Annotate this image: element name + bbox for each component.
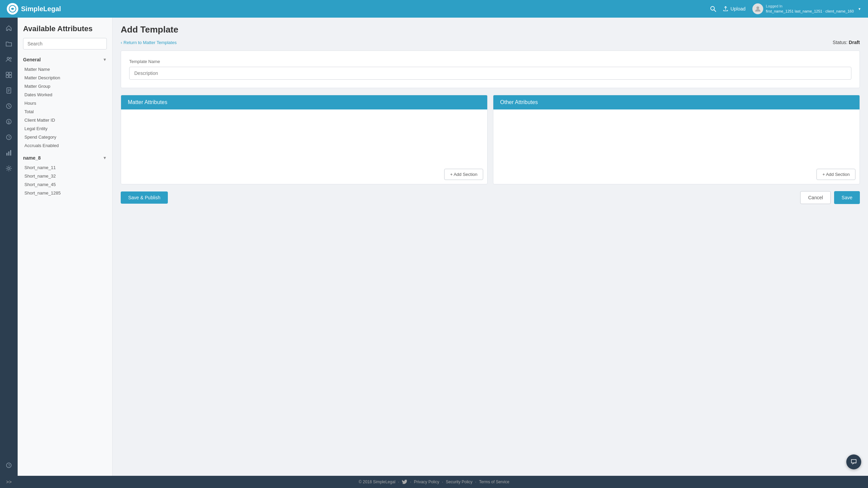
matter-add-section-button[interactable]: + Add Section: [444, 169, 483, 180]
content-area: Add Template ‹ Return to Matter Template…: [113, 18, 868, 476]
cancel-button[interactable]: Cancel: [800, 191, 831, 204]
attr-hours[interactable]: Hours: [23, 99, 107, 107]
sidebar-icons: $ ? ?: [0, 18, 18, 476]
attr-dates-worked[interactable]: Dates Worked: [23, 90, 107, 99]
search-input[interactable]: [23, 38, 107, 49]
matter-attributes-panel: Matter Attributes + Add Section: [121, 95, 488, 184]
svg-rect-20: [8, 151, 9, 156]
sidebar-item-analytics[interactable]: [2, 146, 16, 160]
save-publish-button[interactable]: Save & Publish: [121, 191, 168, 204]
attr-legal-entity[interactable]: Legal Entity: [23, 124, 107, 133]
other-attributes-panel: Other Attributes + Add Section: [493, 95, 860, 184]
general-group-items: Matter Name Matter Description Matter Gr…: [23, 65, 107, 150]
status-text: Status: Draft: [833, 40, 860, 45]
template-name-input[interactable]: [129, 67, 851, 80]
svg-line-2: [714, 10, 716, 12]
search-icon[interactable]: [710, 6, 716, 12]
chat-widget[interactable]: [846, 454, 861, 469]
attr-client-matter-id[interactable]: Client Matter ID: [23, 116, 107, 124]
svg-point-5: [10, 58, 12, 59]
svg-text:?: ?: [8, 136, 10, 140]
sidebar-item-users[interactable]: [2, 52, 16, 66]
template-name-label: Template Name: [129, 59, 851, 64]
available-attributes-title: Available Attributes: [23, 24, 107, 33]
attr-short-name-1285[interactable]: Short_name_1285: [23, 189, 107, 197]
svg-text:$: $: [8, 120, 10, 124]
attr-short-name-11[interactable]: Short_name_11: [23, 163, 107, 172]
page-footer: >> © 2018 SimpleLegal · · Privacy Policy…: [0, 476, 868, 488]
sidebar-item-clock[interactable]: [2, 99, 16, 113]
attr-matter-name[interactable]: Matter Name: [23, 65, 107, 74]
left-panel: Available Attributes General ▼ Matter Na…: [18, 18, 113, 476]
svg-text:?: ?: [8, 464, 10, 468]
user-menu[interactable]: Logged In first_name_1251 last_name_1251…: [752, 3, 861, 14]
avatar: [752, 3, 763, 14]
general-chevron-icon: ▼: [103, 57, 107, 62]
app-logo[interactable]: SimpleLegal: [7, 3, 61, 15]
attr-total[interactable]: Total: [23, 107, 107, 116]
back-arrow-icon: ‹: [121, 40, 122, 45]
other-attributes-header: Other Attributes: [493, 95, 860, 109]
sidebar-item-home[interactable]: [2, 21, 16, 35]
user-info: Logged In first_name_1251 last_name_1251…: [766, 4, 854, 14]
svg-point-22: [8, 167, 10, 169]
name8-group-header[interactable]: name_8 ▼: [23, 154, 107, 162]
name8-chevron-icon: ▼: [103, 156, 107, 160]
sidebar-item-billing[interactable]: $: [2, 115, 16, 129]
sidebar-expand-icon[interactable]: >>: [6, 479, 12, 485]
upload-button[interactable]: Upload: [723, 6, 745, 12]
main-layout: $ ? ? Available Attributes General ▼ Mat…: [0, 18, 868, 476]
terms-of-service-link[interactable]: Terms of Service: [479, 480, 509, 484]
security-policy-link[interactable]: Security Policy: [446, 480, 473, 484]
attr-accruals-enabled[interactable]: Accruals Enabled: [23, 141, 107, 150]
sidebar-item-dashboard[interactable]: [2, 68, 16, 82]
topnav-right: Upload Logged In first_name_1251 last_na…: [710, 3, 861, 14]
attr-short-name-45[interactable]: Short_name_45: [23, 180, 107, 189]
other-add-section-button[interactable]: + Add Section: [816, 169, 855, 180]
attr-spend-category[interactable]: Spend Category: [23, 133, 107, 141]
user-dropdown-chevron: ▼: [858, 7, 861, 11]
general-group: General ▼ Matter Name Matter Description…: [23, 56, 107, 150]
breadcrumb-row: ‹ Return to Matter Templates Status: Dra…: [121, 40, 860, 45]
attr-matter-description[interactable]: Matter Description: [23, 74, 107, 82]
svg-rect-8: [6, 75, 8, 78]
footer-actions: Save & Publish Cancel Save: [121, 191, 860, 211]
svg-point-4: [7, 57, 9, 59]
svg-rect-7: [9, 72, 12, 75]
general-group-header[interactable]: General ▼: [23, 56, 107, 64]
name8-group: name_8 ▼ Short_name_11 Short_name_32 Sho…: [23, 154, 107, 197]
app-name: SimpleLegal: [21, 5, 61, 13]
sidebar-item-help[interactable]: ?: [2, 458, 16, 472]
breadcrumb-link[interactable]: ‹ Return to Matter Templates: [121, 40, 177, 45]
save-button[interactable]: Save: [834, 191, 860, 204]
name8-group-items: Short_name_11 Short_name_32 Short_name_4…: [23, 163, 107, 197]
sidebar-item-settings[interactable]: [2, 161, 16, 176]
svg-rect-21: [10, 150, 11, 156]
footer-right-buttons: Cancel Save: [800, 191, 860, 204]
attr-short-name-32[interactable]: Short_name_32: [23, 172, 107, 180]
svg-point-3: [756, 6, 759, 9]
svg-point-1: [711, 6, 714, 10]
attr-matter-group[interactable]: Matter Group: [23, 82, 107, 90]
attributes-grid: Matter Attributes + Add Section Other At…: [121, 95, 860, 184]
matter-attributes-header: Matter Attributes: [121, 95, 487, 109]
svg-rect-6: [6, 72, 8, 75]
svg-rect-9: [9, 75, 12, 78]
twitter-icon[interactable]: [402, 479, 407, 485]
matter-attributes-body: + Add Section: [121, 109, 487, 184]
top-navigation: SimpleLegal Upload Logged In first_name_…: [0, 0, 868, 18]
svg-rect-19: [6, 153, 7, 156]
other-attributes-body: + Add Section: [493, 109, 860, 184]
sidebar-item-question[interactable]: ?: [2, 130, 16, 144]
sidebar-item-invoices[interactable]: [2, 83, 16, 98]
sidebar-item-folder[interactable]: [2, 37, 16, 51]
template-name-card: Template Name: [121, 50, 860, 88]
privacy-policy-link[interactable]: Privacy Policy: [414, 480, 439, 484]
page-title: Add Template: [121, 24, 860, 35]
logo-icon: [7, 3, 18, 15]
